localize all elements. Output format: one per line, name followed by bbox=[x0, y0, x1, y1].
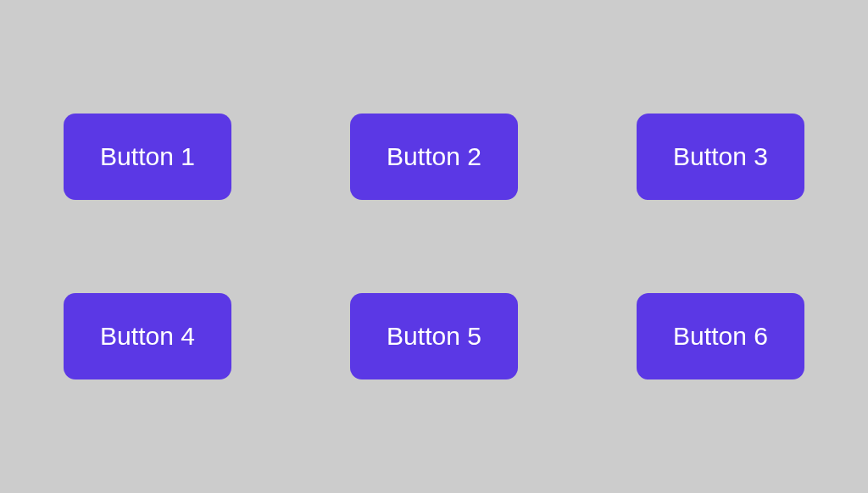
button-grid: Button 1 Button 2 Button 3 Button 4 Butt… bbox=[64, 114, 804, 379]
button-2[interactable]: Button 2 bbox=[350, 114, 518, 200]
button-1[interactable]: Button 1 bbox=[64, 114, 231, 200]
button-6[interactable]: Button 6 bbox=[637, 293, 804, 379]
button-3[interactable]: Button 3 bbox=[637, 114, 804, 200]
button-5[interactable]: Button 5 bbox=[350, 293, 518, 379]
button-4[interactable]: Button 4 bbox=[64, 293, 231, 379]
